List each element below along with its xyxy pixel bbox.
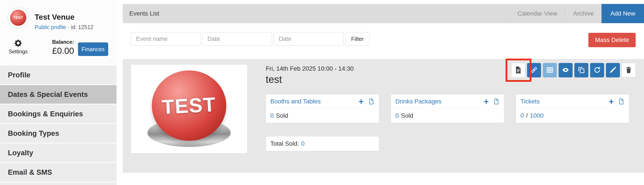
pdf-icon[interactable] (493, 98, 500, 105)
plus-icon[interactable]: + (484, 97, 489, 106)
sidebar-item-partial[interactable] (0, 182, 116, 185)
duplicate-button[interactable] (574, 63, 588, 77)
sidebar-item-email-sms[interactable]: Email & SMS (0, 163, 116, 182)
sidebar-item-bookings-enquiries[interactable]: Bookings & Enquiries (0, 105, 116, 123)
sidebar-item-loyalty[interactable]: Loyalty (0, 144, 116, 162)
sidebar-item-label: Email & SMS (8, 168, 52, 177)
event-image-text: TEST (162, 93, 217, 119)
page-title: Events List (129, 10, 159, 17)
settings-label: Settings (4, 48, 32, 55)
event-image: TEST (131, 65, 247, 153)
view-button[interactable] (558, 63, 572, 77)
sold-label: Sold (276, 112, 288, 119)
venue-avatar: TEST (8, 7, 28, 28)
card-title-link[interactable]: Drinks Packages (396, 98, 442, 105)
sidebar-item-profile[interactable]: Profile (0, 66, 116, 84)
table-button[interactable] (543, 63, 557, 77)
booths-tables-card: Booths and Tables + 0 Sold (266, 94, 379, 123)
finances-button[interactable]: Finances (78, 42, 108, 56)
sidebar: TEST Test Venue Public profile · id: 125… (0, 0, 116, 185)
trash-icon (625, 66, 632, 75)
plus-icon[interactable]: + (609, 97, 614, 106)
event-datetime: Fri, 14th Feb 2025 10:00 - 14:30 (266, 65, 354, 72)
sidebar-item-label: Bookings & Enquiries (8, 110, 83, 118)
event-title: test (266, 73, 282, 85)
venue-avatar-text: TEST (13, 15, 23, 20)
sidebar-item-dates-special-events[interactable]: Dates & Special Events (0, 85, 116, 104)
delete-button[interactable] (622, 63, 636, 77)
events-toolbar: Events List Calendar View Archive Add Ne… (123, 4, 644, 23)
sidebar-item-label: Loyalty (8, 149, 33, 157)
date-to-input[interactable] (274, 32, 344, 46)
calendar-view-button[interactable]: Calendar View (509, 4, 565, 23)
pdf-icon[interactable] (368, 98, 374, 105)
sales-cards: Booths and Tables + 0 Sold Drinks (266, 94, 629, 123)
event-row: TEST Fri, 14th Feb 2025 10:00 - 14:30 te… (123, 59, 644, 173)
settings-button[interactable]: Settings (4, 38, 32, 55)
add-new-button[interactable]: Add New (602, 4, 644, 23)
drinks-packages-card: Drinks Packages + 0 Sold (391, 94, 504, 123)
eye-icon (562, 66, 570, 75)
balance-value: £0.00 (52, 46, 74, 56)
sold-value: 0 (396, 112, 399, 119)
sold-label: Sold (401, 112, 413, 119)
copy-icon (578, 66, 585, 75)
sidebar-item-booking-types[interactable]: Booking Types (0, 124, 116, 143)
balance: Balance: £0.00 (52, 39, 74, 56)
venue-subline: Public profile · id: 12512 (34, 24, 93, 30)
card-title-link[interactable]: Tickets (520, 98, 540, 105)
total-sold-card: Total Sold: 0 (266, 136, 379, 151)
toolbar-actions: Calendar View Archive Add New (509, 4, 644, 23)
event-name-input[interactable] (131, 32, 201, 46)
total-sold-label: Total Sold: (270, 140, 299, 147)
edit-button[interactable] (606, 63, 620, 77)
card-title-link[interactable]: Booths and Tables (270, 98, 321, 105)
capacity-value: 1000 (530, 112, 544, 119)
event-image-button-dome: TEST (152, 70, 226, 141)
plus-icon[interactable]: + (358, 97, 364, 106)
main-content: Events List Calendar View Archive Add Ne… (123, 0, 644, 185)
sidebar-nav: Profile Dates & Special Events Bookings … (0, 66, 116, 185)
sidebar-item-label: Booking Types (8, 129, 59, 138)
annotation-highlight (506, 59, 532, 82)
total-sold-value: 0 (301, 140, 305, 147)
filter-button[interactable]: Filter (345, 32, 370, 46)
sold-value: 0 (270, 112, 274, 119)
page: TEST Test Venue Public profile · id: 125… (0, 0, 644, 185)
venue-id: · id: 12512 (68, 24, 93, 30)
balance-label: Balance: (52, 39, 74, 45)
sidebar-item-label: Dates & Special Events (8, 90, 88, 99)
gear-icon (14, 45, 23, 48)
venue-name: Test Venue (34, 13, 74, 21)
tickets-card: Tickets + 0 / 1000 (516, 94, 629, 123)
sidebar-item-label: Profile (8, 71, 30, 79)
pencil-icon (609, 66, 617, 75)
table-icon (546, 66, 554, 75)
archive-button[interactable]: Archive (565, 4, 602, 23)
mass-delete-button[interactable]: Mass Delete (588, 33, 636, 47)
pdf-icon[interactable] (618, 98, 625, 105)
refresh-icon (593, 66, 601, 75)
sold-value: 0 (520, 112, 524, 119)
venue-avatar-button-icon: TEST (10, 10, 26, 26)
public-profile-link[interactable]: Public profile (34, 24, 66, 30)
separator: / (526, 112, 528, 119)
refresh-button[interactable] (590, 63, 604, 77)
date-from-input[interactable] (202, 32, 272, 46)
